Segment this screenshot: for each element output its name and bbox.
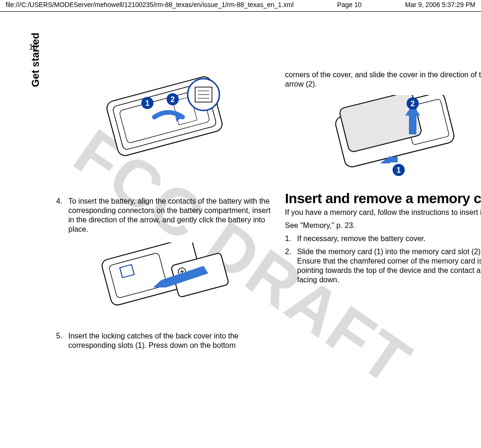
header-page: Page 10 (337, 1, 362, 8)
header-divider (0, 11, 481, 12)
section-tab: Get started (29, 33, 42, 87)
print-header: file:///C:/USERS/MODEServer/mehowell/121… (0, 1, 481, 8)
svg-text:2: 2 (170, 95, 175, 103)
right-column: corners of the cover, and slide the cove… (285, 70, 481, 354)
figure-battery-insert (91, 238, 241, 327)
step-text: Insert the locking catches of the back c… (68, 331, 276, 350)
header-date: Mar 9, 2006 5:37:29 PM (405, 1, 475, 8)
figure-cover-slide: 2 1 (320, 93, 470, 186)
step-number: 1. (285, 234, 297, 243)
step-number: 2. (285, 247, 297, 285)
intro-text: If you have a memory card, follow the in… (285, 208, 481, 217)
svg-rect-31 (390, 157, 398, 162)
page-number: 10 (29, 43, 37, 51)
list-item: 4. To insert the battery, align the cont… (56, 197, 276, 234)
step-number: 4. (56, 197, 68, 234)
list-item: 5. Insert the locking catches of the bac… (56, 331, 276, 350)
figure-battery-slot: 1 2 (91, 70, 241, 192)
svg-text:1: 1 (396, 166, 401, 174)
list-item: 1. If necessary, remove the battery cove… (285, 234, 481, 243)
see-ref: See "Memory," p. 23. (285, 221, 481, 230)
step-text: To insert the battery, align the contact… (68, 197, 276, 234)
left-column: 1 2 4. To insert the battery, align the … (56, 70, 276, 354)
header-path: file:///C:/USERS/MODEServer/mehowell/121… (6, 1, 294, 8)
svg-text:2: 2 (410, 100, 415, 108)
section-heading: Insert and remove a memory card (285, 191, 481, 206)
svg-text:1: 1 (145, 99, 149, 107)
step-text: Slide the memory card (1) into the memor… (297, 247, 481, 285)
list-item: 2. Slide the memory card (1) into the me… (285, 247, 481, 285)
step-text: If necessary, remove the battery cover. (297, 234, 426, 243)
continuation-text: corners of the cover, and slide the cove… (285, 70, 481, 89)
step-number: 5. (56, 331, 68, 350)
